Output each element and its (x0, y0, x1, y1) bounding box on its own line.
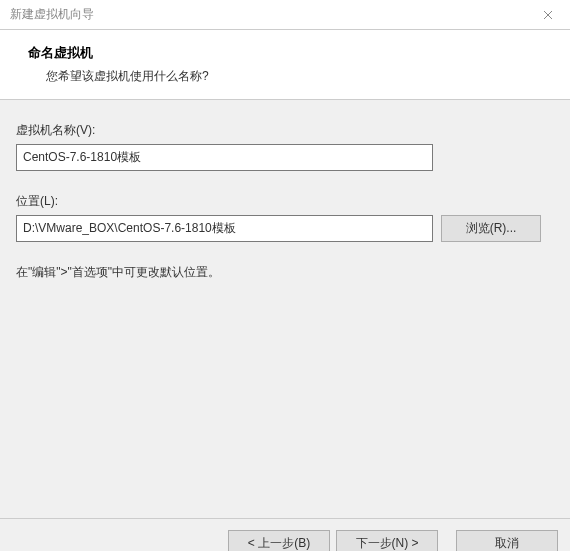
back-button[interactable]: < 上一步(B) (228, 530, 330, 551)
close-icon[interactable] (534, 4, 562, 26)
location-group: 位置(L): 浏览(R)... (16, 193, 554, 242)
cancel-button[interactable]: 取消 (456, 530, 558, 551)
vm-name-input[interactable] (16, 144, 433, 171)
location-input[interactable] (16, 215, 433, 242)
page-subtitle: 您希望该虚拟机使用什么名称? (28, 68, 550, 85)
wizard-header: 命名虚拟机 您希望该虚拟机使用什么名称? (0, 30, 570, 100)
page-title: 命名虚拟机 (28, 44, 550, 62)
location-hint: 在"编辑">"首选项"中可更改默认位置。 (16, 264, 554, 281)
vm-name-label: 虚拟机名称(V): (16, 122, 554, 139)
next-button[interactable]: 下一步(N) > (336, 530, 438, 551)
wizard-footer: < 上一步(B) 下一步(N) > 取消 (0, 518, 570, 551)
titlebar: 新建虚拟机向导 (0, 0, 570, 30)
window-title: 新建虚拟机向导 (10, 6, 94, 23)
location-row: 浏览(R)... (16, 215, 554, 242)
wizard-content: 虚拟机名称(V): 位置(L): 浏览(R)... 在"编辑">"首选项"中可更… (0, 100, 570, 518)
location-label: 位置(L): (16, 193, 554, 210)
vm-name-group: 虚拟机名称(V): (16, 122, 554, 171)
browse-button[interactable]: 浏览(R)... (441, 215, 541, 242)
